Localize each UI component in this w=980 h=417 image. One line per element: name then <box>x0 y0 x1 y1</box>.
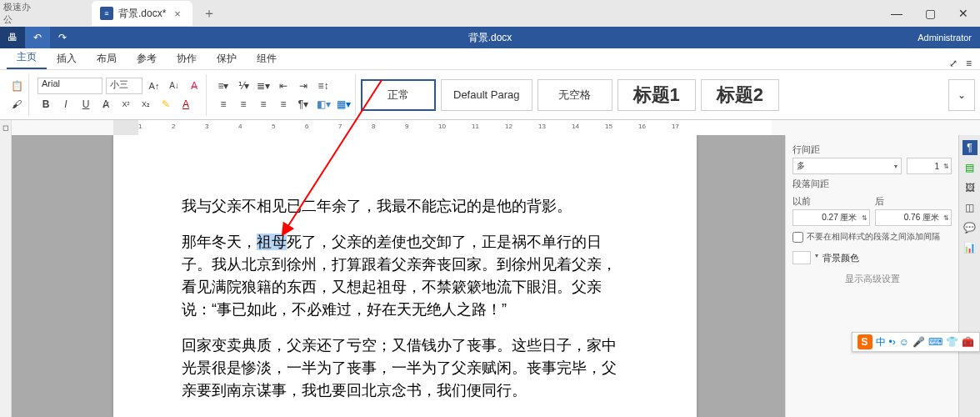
advanced-settings-link[interactable]: 显示高级设置 <box>792 273 952 285</box>
ribbon-paragraph: ≡▾ ⅟▾ ≣▾ ⇤ ⇥ ≡↕ ≡ ≡ ≡ ≡ ¶▾ ◧▾ ▦▾ <box>212 74 356 116</box>
document-page[interactable]: 我与父亲不相见已二年余了，我最不能忘记的是他的背影。 那年冬天，祖母死了，父亲的… <box>113 135 697 417</box>
restore-button[interactable]: ▢ <box>913 2 947 25</box>
ruler-corner: ◻ <box>0 120 12 135</box>
ime-punct-icon[interactable]: •› <box>889 336 896 348</box>
align-left-button[interactable]: ≡ <box>215 96 232 113</box>
minimize-button[interactable]: — <box>880 2 913 25</box>
window-controls: — ▢ ✕ <box>880 2 980 25</box>
numbering-button[interactable]: ⅟▾ <box>235 78 252 94</box>
menu-insert[interactable]: 插入 <box>47 48 87 69</box>
ime-toolbar[interactable]: S 中 •› ☺ 🎤 ⌨ 👕 🧰 <box>852 332 980 352</box>
italic-button[interactable]: I <box>58 96 74 113</box>
document-tab[interactable]: 背景.docx* × <box>92 1 192 26</box>
ribbon-menu-icon[interactable]: ≡ <box>966 58 972 69</box>
paragraph-3[interactable]: 回家变卖典质，父亲还了亏空；又借钱办了丧事。这些日子，家中光景很是惨淡，一半为了… <box>182 334 628 402</box>
space-after-input[interactable]: 0.76 厘米 <box>875 209 952 226</box>
borders-button[interactable]: ▦▾ <box>335 96 352 113</box>
checkbox-input[interactable] <box>792 232 803 243</box>
paste-button[interactable]: 📋 <box>8 78 25 94</box>
doc-icon <box>100 7 113 20</box>
grow-font-button[interactable]: A↑ <box>146 78 162 94</box>
menu-bar: 主页 插入 布局 参考 协作 保护 组件 ⤢ ≡ <box>0 48 980 70</box>
paragraph-2[interactable]: 那年冬天，祖母死了，父亲的差使也交卸了，正是祸不单行的日子。我从北京到徐州，打算… <box>182 231 628 321</box>
bold-button[interactable]: B <box>38 96 54 113</box>
subscript-button[interactable]: X₂ <box>138 96 154 113</box>
vertical-ruler[interactable] <box>0 135 12 417</box>
bg-color-swatch[interactable] <box>792 251 811 264</box>
horizontal-ruler[interactable]: ◻ 1234567891011121314151617 <box>0 120 980 135</box>
shrink-font-button[interactable]: A↓ <box>166 78 182 94</box>
style-nospacing[interactable]: 无空格 <box>538 79 612 111</box>
ime-voice-icon[interactable]: 🎤 <box>912 336 925 348</box>
clear-format-button[interactable]: A̶ <box>186 78 202 94</box>
multilevel-button[interactable]: ≣▾ <box>255 78 272 94</box>
paragraph-spacing-label: 段落间距 <box>792 178 952 190</box>
style-heading1[interactable]: 标题1 <box>618 79 696 111</box>
ribbon-font: Arial 小三 A↑ A↓ A̶ B I U A̷ X² X₂ ✎ A <box>34 74 207 116</box>
shading-button[interactable]: ◧▾ <box>315 96 332 113</box>
page-canvas: 我与父亲不相见已二年余了，我最不能忘记的是他的背影。 那年冬天，祖母死了，父亲的… <box>12 135 785 417</box>
menu-home[interactable]: 主页 <box>7 47 47 69</box>
doc-title: 背景.docx <box>468 31 512 45</box>
indent-button[interactable]: ⇥ <box>295 78 312 94</box>
menu-reference[interactable]: 参考 <box>127 48 167 69</box>
close-window-button[interactable]: ✕ <box>947 2 980 25</box>
style-default[interactable]: Default Parag <box>441 79 532 111</box>
font-name-select[interactable]: Arial <box>38 78 102 94</box>
line-spacing-value-input[interactable]: 1 <box>907 158 952 174</box>
expand-ribbon-icon[interactable]: ⤢ <box>949 58 958 69</box>
align-right-button[interactable]: ≡ <box>255 96 272 113</box>
paragraph-panel: 行间距 多 1 段落间距 以前 0.27 厘米 后 0.76 厘米 不要在相同样… <box>785 135 958 417</box>
no-space-same-style-checkbox[interactable]: 不要在相同样式的段落之间添加间隔 <box>792 231 952 243</box>
superscript-button[interactable]: X² <box>118 96 134 113</box>
align-center-button[interactable]: ≡ <box>235 96 252 113</box>
style-heading2[interactable]: 标题2 <box>701 79 779 111</box>
title-bar: 极速办公 背景.docx* × ＋ — ▢ ✕ <box>0 0 980 27</box>
menu-collab[interactable]: 协作 <box>167 48 207 69</box>
tab-title: 背景.docx* <box>118 7 166 21</box>
ime-toolbox-icon[interactable]: 🧰 <box>962 336 974 348</box>
underline-button[interactable]: U <box>78 96 94 113</box>
review-panel-icon[interactable]: 💬 <box>962 220 978 235</box>
align-justify-button[interactable]: ≡ <box>275 96 292 113</box>
side-icon-strip: ¶ ▤ 🖼 ◫ 💬 📊 <box>958 135 980 417</box>
space-after-label: 后 <box>875 195 952 208</box>
line-spacing-button[interactable]: ≡↕ <box>315 78 332 94</box>
ime-emoji-icon[interactable]: ☺ <box>899 336 909 348</box>
user-name: Administrator <box>918 33 980 43</box>
main-area: 我与父亲不相见已二年余了，我最不能忘记的是他的背影。 那年冬天，祖母死了，父亲的… <box>0 135 980 417</box>
chart-panel-icon[interactable]: 📊 <box>962 240 978 255</box>
outdent-button[interactable]: ⇤ <box>275 78 292 94</box>
format-painter-button[interactable]: 🖌 <box>8 96 25 113</box>
show-marks-button[interactable]: ¶▾ <box>295 96 312 113</box>
menu-component[interactable]: 组件 <box>247 48 287 69</box>
undo-button[interactable]: ↶ <box>25 27 50 48</box>
paragraph-panel-icon[interactable]: ¶ <box>962 140 978 155</box>
font-color-button[interactable]: A <box>178 96 194 113</box>
image-panel-icon[interactable]: 🖼 <box>962 180 978 195</box>
ime-skin-icon[interactable]: 👕 <box>946 336 958 348</box>
save-button[interactable]: 🖶 <box>0 27 25 48</box>
redo-button[interactable]: ↷ <box>50 27 75 48</box>
table-panel-icon[interactable]: ▤ <box>962 160 978 175</box>
close-tab-button[interactable]: × <box>171 8 184 20</box>
ime-lang-button[interactable]: 中 <box>876 335 886 349</box>
sogou-logo-icon[interactable]: S <box>858 334 872 349</box>
space-before-label: 以前 <box>792 195 870 208</box>
paragraph-1[interactable]: 我与父亲不相见已二年余了，我最不能忘记的是他的背影。 <box>182 195 628 218</box>
menu-protect[interactable]: 保护 <box>207 48 247 69</box>
bg-color-label: 背景颜色 <box>822 252 859 264</box>
menu-layout[interactable]: 布局 <box>87 48 127 69</box>
shape-panel-icon[interactable]: ◫ <box>962 200 978 215</box>
highlight-button[interactable]: ✎ <box>158 96 174 113</box>
ime-keyboard-icon[interactable]: ⌨ <box>928 336 942 348</box>
style-more-button[interactable]: ⌄ <box>948 79 975 111</box>
new-tab-button[interactable]: ＋ <box>192 5 226 23</box>
font-size-select[interactable]: 小三 <box>106 78 142 94</box>
space-before-input[interactable]: 0.27 厘米 <box>792 209 870 226</box>
selected-text[interactable]: 祖母 <box>257 234 287 250</box>
style-normal[interactable]: 正常 <box>361 79 436 111</box>
bullets-button[interactable]: ≡▾ <box>215 78 232 94</box>
strike-button[interactable]: A̷ <box>98 96 114 113</box>
line-spacing-mode-select[interactable]: 多 <box>792 158 902 174</box>
